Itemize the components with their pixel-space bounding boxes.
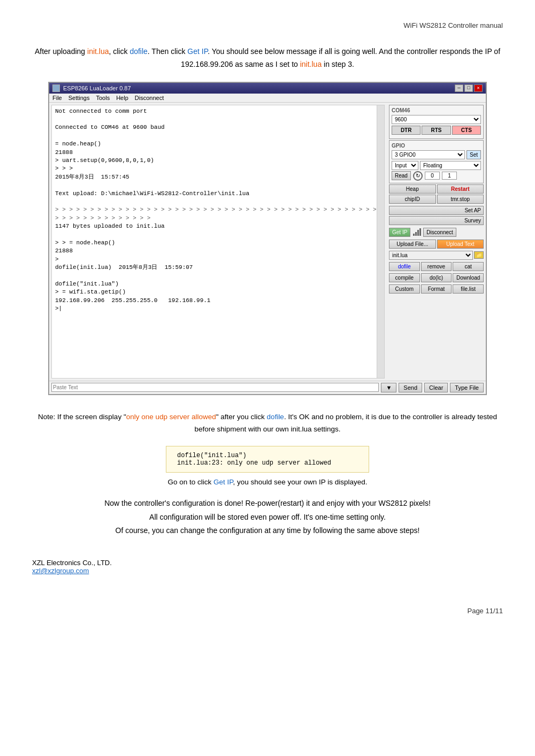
esp-titlebar: ESP8266 LuaLoader 0.87 ─ □ ✕ — [49, 83, 486, 94]
menu-disconnect[interactable]: Disconnect — [135, 95, 164, 101]
company-email-link[interactable]: xzl@xzlgroup.com — [32, 567, 89, 575]
page-number: Page 11/11 — [32, 607, 503, 615]
custom-button[interactable]: Custom — [389, 284, 420, 294]
note-warning: only one udp server allowed — [126, 413, 216, 421]
wifi-icon — [412, 228, 422, 236]
menu-settings[interactable]: Settings — [68, 95, 90, 101]
console-line-18: 21888 — [55, 247, 381, 255]
heap-button[interactable]: Heap — [389, 184, 436, 194]
esp-window-title: ESP8266 LuaLoader 0.87 — [63, 85, 131, 91]
dtr-button[interactable]: DTR — [392, 126, 421, 135]
page-header: WiFi WS2812 Controller manual — [32, 21, 503, 29]
console-line-17: > > = node.heap() — [55, 239, 381, 247]
esp-app-icon — [52, 84, 60, 92]
code-block: dofile("init.lua") init.lua:23: only one… — [166, 446, 369, 473]
note-dofile-link: dofile — [267, 413, 284, 421]
getip-text1: Go on to click — [167, 478, 213, 486]
minimize-button[interactable]: ─ — [455, 84, 463, 92]
filelist-button[interactable]: file.list — [453, 284, 484, 294]
upload-file-button[interactable]: Upload File... — [389, 240, 436, 249]
console-line-8: > > > — [55, 165, 381, 173]
console-line-14: > > > > > > > > > > > > > > — [55, 214, 381, 222]
console-scrollbar[interactable] — [377, 105, 384, 378]
console-line-16 — [55, 230, 381, 238]
restart-button[interactable]: Restart — [437, 184, 484, 194]
menu-tools[interactable]: Tools — [96, 95, 110, 101]
intro-link-init-lua-1: init.lua — [87, 47, 109, 56]
download-button[interactable]: Download — [453, 273, 484, 282]
upload-text-button[interactable]: Upload Text — [437, 240, 484, 249]
company-section: XZL Electronics Co., LTD. xzl@xzlgroup.c… — [32, 559, 503, 575]
refresh-icon[interactable]: ↻ — [413, 171, 423, 181]
bottom-bar: ▼ Send Clear Type File — [49, 381, 486, 394]
file-select-dropdown[interactable]: init.lua — [389, 251, 473, 260]
gpio-read-button[interactable]: Read — [392, 171, 411, 180]
folder-icon[interactable]: 📁 — [474, 251, 484, 259]
console-line-6: 21888 — [55, 149, 381, 157]
disconnect-button[interactable]: Disconnect — [423, 228, 456, 237]
survey-button[interactable]: Survey — [389, 216, 484, 225]
compile-row: compile do(lc) Download — [389, 273, 484, 282]
getip-link: Get IP — [213, 478, 233, 486]
rts-button[interactable]: RTS — [422, 126, 450, 135]
paste-text-input[interactable] — [51, 383, 379, 392]
gpio-val0-input[interactable] — [425, 172, 440, 180]
intro-text3: . Then click — [148, 47, 187, 56]
console-line-20: dofile(init.lua) 2015年8月3日 15:59:07 — [55, 264, 381, 272]
com-group-label: COM46 — [392, 107, 481, 113]
getip-text2: , you should see your own IP is displaye… — [233, 478, 367, 486]
compile-button[interactable]: compile — [389, 273, 420, 282]
gpio-mode-row: Input Floating — [392, 161, 481, 170]
send-button[interactable]: Send — [399, 383, 422, 392]
console-line-22: dofile("init.lua") — [55, 280, 381, 288]
gpio-set-button[interactable]: Set — [467, 150, 481, 159]
note-prefix: Note: If the screen display " — [38, 413, 126, 421]
com-group: COM46 9600 DTR RTS CTS — [389, 105, 484, 139]
esp-menubar: File Settings Tools Help Disconnect — [49, 94, 486, 103]
gpio-select-row: 3 GPIO0 Set — [392, 150, 481, 159]
note-section: Note: If the screen display "only one ud… — [32, 411, 503, 436]
cat-button[interactable]: cat — [453, 262, 484, 271]
gpio-group: GPIO 3 GPIO0 Set Input Floating R — [389, 140, 484, 183]
esp-titlebar-right: ─ □ ✕ — [455, 84, 483, 92]
menu-file[interactable]: File — [52, 95, 62, 101]
chipid-button[interactable]: chipID — [389, 195, 436, 204]
baud-select[interactable]: 9600 — [392, 115, 481, 124]
console-line-4 — [55, 132, 381, 140]
intro-text1: After uploading — [35, 47, 87, 56]
page-number-text: Page 11/11 — [467, 607, 503, 615]
code-line-1: dofile("init.lua") — [177, 452, 358, 459]
dolc-button[interactable]: do(lc) — [421, 273, 452, 282]
close-button[interactable]: ✕ — [474, 84, 483, 92]
gpio-read-row: Read ↻ — [392, 171, 481, 181]
console-line-21 — [55, 272, 381, 280]
clear-button[interactable]: Clear — [424, 383, 448, 392]
console-line-2 — [55, 115, 381, 124]
remove-button[interactable]: remove — [421, 262, 452, 271]
esp-sidebar: COM46 9600 DTR RTS CTS GPIO 3 GPIO0 — [387, 103, 486, 381]
console-line-9: 2015年8月3日 15:57:45 — [55, 173, 381, 181]
cts-button[interactable]: CTS — [452, 126, 481, 135]
getip-button[interactable]: Get IP — [389, 228, 410, 237]
intro-text5: in step 3. — [322, 60, 354, 68]
gpio-select[interactable]: 3 GPIO0 — [392, 150, 465, 159]
dofile-button[interactable]: dofile — [389, 262, 420, 271]
intro-text2: , click — [109, 47, 129, 56]
tmrstop-button[interactable]: tmr.stop — [437, 195, 484, 204]
gpio-mode-select[interactable]: Input — [392, 161, 418, 170]
format-button[interactable]: Format — [421, 284, 452, 294]
note-mid: " after you click — [216, 413, 267, 421]
console-line-25: >| — [55, 305, 381, 313]
gpio-floating-select[interactable]: Floating — [420, 161, 481, 170]
company-name: XZL Electronics Co., LTD. — [32, 559, 503, 567]
esp-console[interactable]: Not connected to comm port Connected to … — [51, 105, 385, 379]
menu-help[interactable]: Help — [116, 95, 128, 101]
heap-chipid-section: Heap chipID Restart tmr.stop — [389, 184, 484, 204]
gpio-val1-input[interactable] — [442, 172, 457, 180]
setap-button[interactable]: Set AP — [389, 206, 484, 215]
console-line-19: > — [55, 256, 381, 264]
restore-button[interactable]: □ — [464, 84, 473, 92]
dropdown-arrow[interactable]: ▼ — [381, 383, 396, 392]
typefile-button[interactable]: Type File — [450, 383, 484, 392]
final-line-1: Now the controller's configuration is do… — [32, 497, 503, 510]
